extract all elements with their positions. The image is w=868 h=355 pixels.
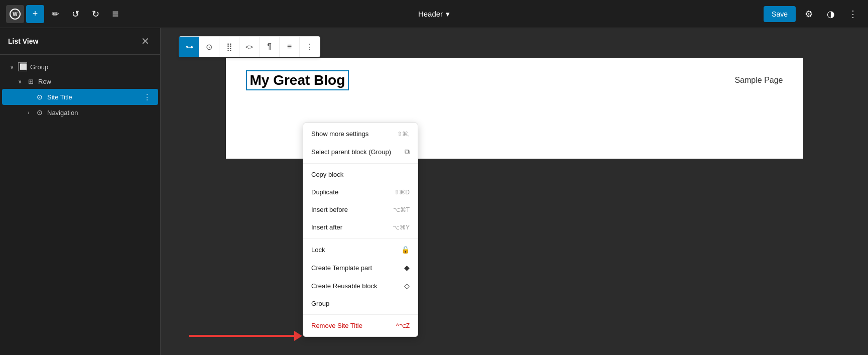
align-button[interactable]: ≡ [280,37,300,57]
menu-item-label: Insert before [311,206,389,213]
group-block-icon: ⬜ [18,62,27,71]
move-button[interactable]: ⣿ [219,37,239,57]
menu-section-1: Show more settings ⇧⌘, Select parent blo… [303,123,418,164]
tree-item-site-title[interactable]: ⊙ Site Title ⋮ [2,89,158,105]
toolbar-center: Header ▾ [413,7,455,22]
lock-item[interactable]: Lock 🔒 [303,241,418,259]
reusable-icon: ◇ [404,282,410,290]
menu-item-shortcut: ⇧⌘, [397,131,410,138]
lock-icon: 🔒 [401,246,410,254]
insert-after-item[interactable]: Insert after ⌥⌘Y [303,218,418,236]
menu-item-label: Duplicate [311,188,390,196]
copy-block-item[interactable]: Copy block [303,166,418,183]
menu-item-label: Create Template part [311,264,400,272]
sidebar-title: List View [8,37,38,45]
more-button[interactable]: ⋮ [300,37,320,57]
add-block-button[interactable]: + [26,5,44,23]
create-template-part-item[interactable]: Create Template part ◆ [303,259,418,277]
block-toolbar: ⊶ ⊙ ⣿ <> ¶ ≡ ⋮ [179,36,320,57]
menu-item-label: Show more settings [311,130,393,138]
menu-item-shortcut: ⇧⌘D [394,189,410,196]
tree-item-label: Site Title [47,93,72,101]
template-icon: ◆ [404,264,410,272]
select-parent-block-item[interactable]: Select parent block (Group) ⧉ [303,143,418,161]
copy-icon: ⧉ [405,148,410,156]
chevron-icon: ∨ [16,79,23,84]
remove-site-title-item[interactable]: Remove Site Title ^⌥Z [303,317,418,334]
sample-page-text: Sample Page [734,76,783,85]
red-arrow [189,331,302,341]
edit-button[interactable]: ✏ [46,5,64,23]
toolbar-left: W + ✏ ↺ ↻ ≡ [6,5,125,23]
menu-item-shortcut: ⌥⌘Y [393,224,410,231]
group-item[interactable]: Group [303,295,418,312]
svg-text:W: W [13,12,18,17]
menu-item-label: Create Reusable block [311,282,400,290]
row-block-icon: ⊞ [26,78,35,85]
menu-item-label: Remove Site Title [311,322,392,329]
main-area: List View ✕ ∨ ⬜ Group ∨ ⊞ Row ⊙ Site Tit… [0,28,868,355]
list-view-button[interactable]: ≡ [106,5,125,23]
tree-item-label: Navigation [47,109,78,116]
site-title-text[interactable]: My Great Blog [246,70,349,90]
site-title-icon: ⊙ [35,93,44,101]
tree-item-group[interactable]: ∨ ⬜ Group [2,59,158,74]
menu-item-label: Group [311,300,410,307]
editor-area: ⊶ ⊙ ⣿ <> ¶ ≡ ⋮ My Great Blog Sample Page… [161,28,868,355]
menu-item-label: Insert after [311,223,389,231]
toolbar-right: Save ⚙ ◑ ⋮ [764,5,862,23]
top-toolbar: W + ✏ ↺ ↻ ≡ Header ▾ Save ⚙ ◑ ⋮ [0,0,868,28]
tree-item-options-button[interactable]: ⋮ [142,92,152,102]
tree-item-navigation[interactable]: › ⊙ Navigation [2,105,158,120]
close-sidebar-button[interactable]: ✕ [138,34,152,48]
navigation-icon: ⊙ [35,108,44,116]
menu-section-4: Remove Site Title ^⌥Z [303,315,418,336]
menu-item-shortcut: ^⌥Z [396,322,410,329]
site-header-content: My Great Blog Sample Page [226,58,803,102]
chevron-icon: ∨ [8,64,15,70]
sidebar-header: List View ✕ [0,28,160,55]
save-button[interactable]: Save [764,6,796,22]
menu-item-label: Copy block [311,171,410,178]
more-options-button[interactable]: ⋮ [844,5,862,23]
menu-section-3: Lock 🔒 Create Template part ◆ Create Reu… [303,239,418,315]
duplicate-item[interactable]: Duplicate ⇧⌘D [303,183,418,201]
menu-item-label: Select parent block (Group) [311,148,401,156]
redo-button[interactable]: ↻ [86,5,104,23]
context-menu: Show more settings ⇧⌘, Select parent blo… [303,123,418,337]
settings-button[interactable]: ⚙ [800,5,818,23]
tree-item-row[interactable]: ∨ ⊞ Row [2,75,158,88]
header-label: Header [418,10,443,18]
tree-item-label: Group [30,63,48,71]
show-more-settings-item[interactable]: Show more settings ⇧⌘, [303,125,418,143]
arrow-head [294,331,302,341]
create-reusable-block-item[interactable]: Create Reusable block ◇ [303,277,418,295]
undo-button[interactable]: ↺ [66,5,84,23]
menu-item-label: Lock [311,246,397,254]
tree-item-label: Row [38,78,51,85]
chevron-down-icon: ▾ [446,10,450,19]
paragraph-button[interactable]: ¶ [260,37,280,57]
drag-button[interactable]: ⊙ [199,37,219,57]
sidebar-tree: ∨ ⬜ Group ∨ ⊞ Row ⊙ Site Title ⋮ › ⊙ [0,55,160,124]
header-dropdown[interactable]: Header ▾ [413,7,455,22]
sidebar: List View ✕ ∨ ⬜ Group ∨ ⊞ Row ⊙ Site Tit… [0,28,161,355]
theme-button[interactable]: ◑ [822,5,840,23]
menu-section-2: Copy block Duplicate ⇧⌘D Insert before ⌥… [303,164,418,239]
chevron-icon: › [25,110,32,115]
wp-logo[interactable]: W [6,5,24,23]
transform-button[interactable]: ⊶ [179,37,199,57]
code-editor-button[interactable]: <> [239,37,260,57]
insert-before-item[interactable]: Insert before ⌥⌘T [303,201,418,218]
menu-item-shortcut: ⌥⌘T [393,206,410,213]
arrow-line [189,335,294,337]
